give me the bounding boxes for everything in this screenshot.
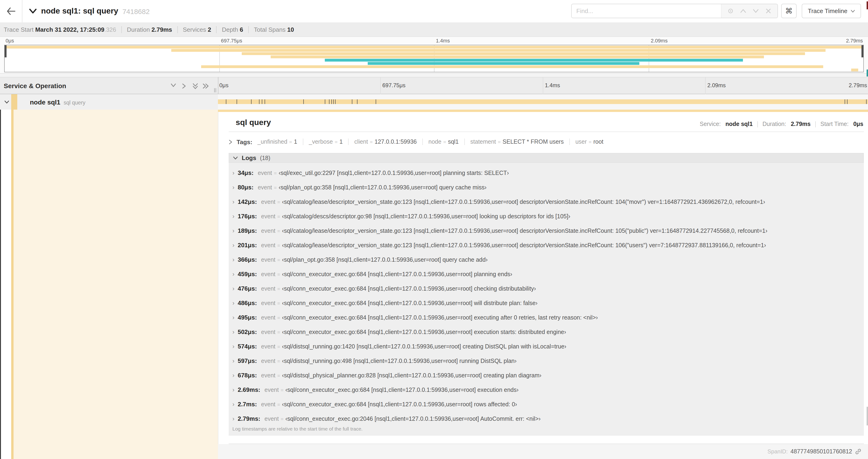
log-row[interactable]: ›189μs:event=‹sql/catalog/lease/descript… [229, 223, 864, 238]
log-field-name: event [261, 300, 275, 306]
log-row[interactable]: ›80μs:event=‹sql/plan_opt.go:358 [nsql1,… [229, 180, 864, 195]
tag-item[interactable]: statement=SELECT * FROM users [465, 138, 570, 145]
minimap-span [851, 69, 858, 71]
separator [177, 26, 178, 33]
find-next-icon[interactable] [752, 7, 760, 15]
collapse-all-icon[interactable] [192, 83, 199, 90]
chevron-right-icon: › [232, 242, 235, 249]
tag-item[interactable]: node=sql1 [423, 138, 465, 145]
log-row[interactable]: ›2.79ms:event=‹sql/conn_executor_exec.go… [229, 412, 864, 426]
service-operation-header: Service & Operation [4, 82, 66, 90]
tag-value: SELECT * FROM users [503, 138, 564, 145]
trace-minimap: 0μs697.75μs1.4ms2.09ms2.79ms [0, 37, 868, 74]
log-row[interactable]: ›2.7ms:event=‹sql/conn_executor_exec.go:… [229, 397, 864, 412]
log-row[interactable]: ›476μs:event=‹sql/conn_executor_exec.go:… [229, 281, 864, 296]
find-input[interactable] [572, 4, 721, 18]
trace-meta-item: Services 2 [183, 26, 211, 33]
chevron-right-icon: › [232, 256, 235, 263]
tag-value: root [593, 138, 603, 145]
chevron-right-icon: › [232, 285, 235, 292]
equals-sign: = [277, 329, 280, 335]
equals-sign: = [281, 416, 283, 421]
log-row[interactable]: ›574μs:event=‹sql/distsql_running.go:142… [229, 339, 864, 354]
log-row[interactable]: ›142μs:event=‹sql/catalog/lease/descript… [229, 195, 864, 209]
equals-sign: = [289, 139, 292, 144]
meta-value: 10 [287, 26, 294, 33]
collapse-one-icon[interactable] [170, 83, 177, 90]
span-row[interactable]: node sql1 sql query [0, 94, 868, 110]
log-timestamp: 678μs: [238, 372, 257, 379]
logs-label: Logs [242, 154, 256, 161]
chevron-right-icon: › [232, 213, 235, 220]
equals-sign: = [498, 139, 501, 144]
link-icon[interactable] [855, 448, 862, 455]
tag-item[interactable]: _unfinished=1 [256, 138, 303, 145]
equals-sign: = [335, 139, 337, 144]
trace-timeline-page: node sql1: sql query 7418682 ⌘ [0, 0, 868, 459]
log-row[interactable]: ›176μs:event=‹sql/catalog/descs/descript… [229, 209, 864, 223]
indent-guide [0, 110, 1, 459]
span-row-name-cell[interactable]: node sql1 sql query [0, 94, 218, 110]
log-row[interactable]: ›486μs:event=‹sql/conn_executor_exec.go:… [229, 296, 864, 310]
log-row[interactable]: ›459μs:event=‹sql/conn_executor_exec.go:… [229, 267, 864, 281]
log-row[interactable]: ›366μs:event=‹sql/plan_opt.go:358 [nsql1… [229, 252, 864, 267]
log-timestamp: 486μs: [238, 299, 257, 306]
log-value: ‹sql/conn_executor_exec.go:684 [nsql1,cl… [282, 329, 566, 335]
equals-sign: = [277, 300, 280, 306]
trace-collapse-toggle[interactable] [29, 8, 37, 14]
meta-suffix: .326 [104, 26, 116, 33]
column-resize-grip[interactable] [214, 88, 215, 92]
meta-value: 2.79ms [151, 26, 172, 33]
span-row-track[interactable] [218, 94, 868, 110]
logs-count: (18) [260, 155, 270, 161]
minimap-scrubber-right[interactable] [862, 45, 863, 57]
log-row[interactable]: ›34μs:event=‹sql/exec_util.go:2297 [nsql… [229, 166, 864, 180]
log-row[interactable]: ›597μs:event=‹sql/distsql_running.go:498… [229, 354, 864, 368]
locate-icon[interactable] [726, 7, 734, 15]
equals-sign: = [277, 372, 280, 378]
minimap-scrubber-left[interactable] [5, 45, 6, 57]
expand-one-icon[interactable] [182, 83, 188, 90]
view-dropdown[interactable]: Trace Timeline [802, 4, 861, 18]
scrollbar-thumb[interactable] [867, 407, 868, 425]
log-row[interactable]: ›201μs:event=‹sql/catalog/lease/descript… [229, 238, 864, 252]
chevron-right-icon: › [232, 184, 235, 191]
log-marker [329, 99, 329, 104]
log-row[interactable]: ›495μs:event=‹sql/conn_executor_exec.go:… [229, 310, 864, 325]
tag-item[interactable]: client=127.0.0.1:59936 [349, 138, 423, 145]
logs-accordian-header[interactable]: Logs (18) [229, 153, 864, 163]
chevron-right-icon: › [232, 270, 235, 277]
log-value: ‹sql/conn_executor_exec.go:684 [nsql1,cl… [282, 271, 513, 277]
tag-item[interactable]: user=root [570, 138, 609, 145]
log-marker [847, 99, 847, 104]
column-resize-grip[interactable] [216, 88, 216, 92]
log-timestamp: 476μs: [238, 285, 257, 292]
log-timestamp: 2.7ms: [238, 401, 257, 408]
find-clear-icon[interactable] [765, 7, 772, 15]
find-prev-icon[interactable] [739, 7, 747, 15]
span-collapse-chevron-icon[interactable] [4, 100, 9, 104]
summary-value: node sql1 [725, 121, 753, 127]
span-bar[interactable] [218, 99, 868, 104]
detail-expanded-accent[interactable] [218, 110, 868, 112]
log-timestamp: 459μs: [238, 270, 257, 277]
timeline-header: Service & Operation 0μs697.75μs1.4ms2.09… [0, 77, 868, 94]
log-timestamp: 176μs: [238, 213, 257, 220]
back-button[interactable] [0, 0, 22, 22]
log-marker [352, 99, 352, 104]
minimap-canvas[interactable] [4, 45, 864, 72]
log-marker [333, 99, 334, 104]
log-row[interactable]: ›678μs:event=‹sql/distsql_physical_plann… [229, 368, 864, 383]
summary-value: 2.79ms [791, 121, 811, 127]
chevron-right-icon: › [232, 372, 235, 379]
tags-accordian[interactable]: Tags: _unfinished=1_verbose=1client=127.… [229, 136, 864, 147]
equals-sign: = [277, 286, 280, 291]
log-row[interactable]: ›502μs:event=‹sql/conn_executor_exec.go:… [229, 325, 864, 339]
expand-all-icon[interactable] [203, 83, 209, 90]
log-field-name: event [261, 329, 275, 335]
tag-item[interactable]: _verbose=1 [303, 138, 349, 145]
keyboard-shortcuts-button[interactable]: ⌘ [781, 4, 797, 18]
log-marker [335, 99, 335, 104]
log-field-name: event [261, 271, 275, 277]
log-row[interactable]: ›2.69ms:event=‹sql/conn_executor_exec.go… [229, 383, 864, 397]
